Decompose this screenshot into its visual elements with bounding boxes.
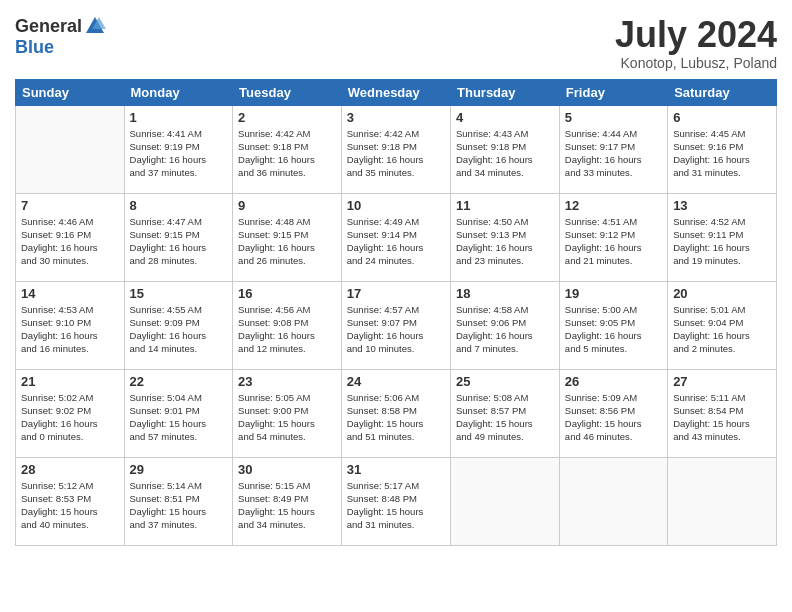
calendar-header-row: SundayMondayTuesdayWednesdayThursdayFrid… xyxy=(16,79,777,105)
title-area: July 2024 Konotop, Lubusz, Poland xyxy=(615,15,777,71)
logo-general-text: General xyxy=(15,16,82,37)
day-info: Sunrise: 5:11 AM Sunset: 8:54 PM Dayligh… xyxy=(673,391,771,444)
day-number: 5 xyxy=(565,110,662,125)
day-info: Sunrise: 4:44 AM Sunset: 9:17 PM Dayligh… xyxy=(565,127,662,180)
day-info: Sunrise: 5:05 AM Sunset: 9:00 PM Dayligh… xyxy=(238,391,336,444)
column-header-monday: Monday xyxy=(124,79,233,105)
day-number: 2 xyxy=(238,110,336,125)
calendar-cell: 24Sunrise: 5:06 AM Sunset: 8:58 PM Dayli… xyxy=(341,369,450,457)
calendar-cell: 28Sunrise: 5:12 AM Sunset: 8:53 PM Dayli… xyxy=(16,457,125,545)
day-info: Sunrise: 4:41 AM Sunset: 9:19 PM Dayligh… xyxy=(130,127,228,180)
calendar-cell: 27Sunrise: 5:11 AM Sunset: 8:54 PM Dayli… xyxy=(668,369,777,457)
calendar-week-3: 14Sunrise: 4:53 AM Sunset: 9:10 PM Dayli… xyxy=(16,281,777,369)
day-info: Sunrise: 4:42 AM Sunset: 9:18 PM Dayligh… xyxy=(347,127,445,180)
day-info: Sunrise: 4:46 AM Sunset: 9:16 PM Dayligh… xyxy=(21,215,119,268)
day-info: Sunrise: 4:55 AM Sunset: 9:09 PM Dayligh… xyxy=(130,303,228,356)
day-number: 29 xyxy=(130,462,228,477)
day-info: Sunrise: 4:58 AM Sunset: 9:06 PM Dayligh… xyxy=(456,303,554,356)
page: General Blue July 2024 Konotop, Lubusz, … xyxy=(0,0,792,612)
day-number: 28 xyxy=(21,462,119,477)
calendar-cell: 17Sunrise: 4:57 AM Sunset: 9:07 PM Dayli… xyxy=(341,281,450,369)
column-header-friday: Friday xyxy=(559,79,667,105)
calendar-cell: 19Sunrise: 5:00 AM Sunset: 9:05 PM Dayli… xyxy=(559,281,667,369)
day-number: 24 xyxy=(347,374,445,389)
location-text: Konotop, Lubusz, Poland xyxy=(615,55,777,71)
calendar-cell: 22Sunrise: 5:04 AM Sunset: 9:01 PM Dayli… xyxy=(124,369,233,457)
calendar-cell: 23Sunrise: 5:05 AM Sunset: 9:00 PM Dayli… xyxy=(233,369,342,457)
calendar-cell: 30Sunrise: 5:15 AM Sunset: 8:49 PM Dayli… xyxy=(233,457,342,545)
day-info: Sunrise: 4:51 AM Sunset: 9:12 PM Dayligh… xyxy=(565,215,662,268)
day-info: Sunrise: 5:04 AM Sunset: 9:01 PM Dayligh… xyxy=(130,391,228,444)
calendar-cell: 15Sunrise: 4:55 AM Sunset: 9:09 PM Dayli… xyxy=(124,281,233,369)
day-number: 31 xyxy=(347,462,445,477)
calendar-cell: 7Sunrise: 4:46 AM Sunset: 9:16 PM Daylig… xyxy=(16,193,125,281)
calendar-table: SundayMondayTuesdayWednesdayThursdayFrid… xyxy=(15,79,777,546)
calendar-cell xyxy=(451,457,560,545)
day-info: Sunrise: 4:47 AM Sunset: 9:15 PM Dayligh… xyxy=(130,215,228,268)
day-info: Sunrise: 5:09 AM Sunset: 8:56 PM Dayligh… xyxy=(565,391,662,444)
calendar-cell: 29Sunrise: 5:14 AM Sunset: 8:51 PM Dayli… xyxy=(124,457,233,545)
calendar-cell: 1Sunrise: 4:41 AM Sunset: 9:19 PM Daylig… xyxy=(124,105,233,193)
day-number: 22 xyxy=(130,374,228,389)
day-number: 20 xyxy=(673,286,771,301)
day-info: Sunrise: 4:48 AM Sunset: 9:15 PM Dayligh… xyxy=(238,215,336,268)
column-header-tuesday: Tuesday xyxy=(233,79,342,105)
calendar-cell: 2Sunrise: 4:42 AM Sunset: 9:18 PM Daylig… xyxy=(233,105,342,193)
calendar-cell: 25Sunrise: 5:08 AM Sunset: 8:57 PM Dayli… xyxy=(451,369,560,457)
calendar-cell: 26Sunrise: 5:09 AM Sunset: 8:56 PM Dayli… xyxy=(559,369,667,457)
day-info: Sunrise: 4:52 AM Sunset: 9:11 PM Dayligh… xyxy=(673,215,771,268)
day-info: Sunrise: 4:45 AM Sunset: 9:16 PM Dayligh… xyxy=(673,127,771,180)
day-number: 26 xyxy=(565,374,662,389)
day-info: Sunrise: 5:17 AM Sunset: 8:48 PM Dayligh… xyxy=(347,479,445,532)
logo-icon xyxy=(84,15,106,37)
day-number: 27 xyxy=(673,374,771,389)
day-info: Sunrise: 5:06 AM Sunset: 8:58 PM Dayligh… xyxy=(347,391,445,444)
day-number: 25 xyxy=(456,374,554,389)
day-number: 19 xyxy=(565,286,662,301)
day-number: 16 xyxy=(238,286,336,301)
day-info: Sunrise: 4:42 AM Sunset: 9:18 PM Dayligh… xyxy=(238,127,336,180)
day-info: Sunrise: 5:15 AM Sunset: 8:49 PM Dayligh… xyxy=(238,479,336,532)
calendar-cell: 16Sunrise: 4:56 AM Sunset: 9:08 PM Dayli… xyxy=(233,281,342,369)
calendar-week-2: 7Sunrise: 4:46 AM Sunset: 9:16 PM Daylig… xyxy=(16,193,777,281)
day-number: 13 xyxy=(673,198,771,213)
month-year-title: July 2024 xyxy=(615,15,777,55)
day-number: 30 xyxy=(238,462,336,477)
day-info: Sunrise: 4:56 AM Sunset: 9:08 PM Dayligh… xyxy=(238,303,336,356)
day-info: Sunrise: 4:43 AM Sunset: 9:18 PM Dayligh… xyxy=(456,127,554,180)
day-number: 4 xyxy=(456,110,554,125)
day-number: 23 xyxy=(238,374,336,389)
calendar-cell xyxy=(668,457,777,545)
calendar-cell: 10Sunrise: 4:49 AM Sunset: 9:14 PM Dayli… xyxy=(341,193,450,281)
day-info: Sunrise: 5:02 AM Sunset: 9:02 PM Dayligh… xyxy=(21,391,119,444)
calendar-cell: 8Sunrise: 4:47 AM Sunset: 9:15 PM Daylig… xyxy=(124,193,233,281)
day-info: Sunrise: 5:01 AM Sunset: 9:04 PM Dayligh… xyxy=(673,303,771,356)
calendar-cell xyxy=(559,457,667,545)
column-header-sunday: Sunday xyxy=(16,79,125,105)
day-number: 14 xyxy=(21,286,119,301)
calendar-cell: 31Sunrise: 5:17 AM Sunset: 8:48 PM Dayli… xyxy=(341,457,450,545)
logo-blue-text: Blue xyxy=(15,37,54,58)
calendar-cell: 13Sunrise: 4:52 AM Sunset: 9:11 PM Dayli… xyxy=(668,193,777,281)
calendar-cell xyxy=(16,105,125,193)
calendar-cell: 4Sunrise: 4:43 AM Sunset: 9:18 PM Daylig… xyxy=(451,105,560,193)
day-number: 8 xyxy=(130,198,228,213)
calendar-cell: 12Sunrise: 4:51 AM Sunset: 9:12 PM Dayli… xyxy=(559,193,667,281)
day-number: 1 xyxy=(130,110,228,125)
day-info: Sunrise: 5:12 AM Sunset: 8:53 PM Dayligh… xyxy=(21,479,119,532)
calendar-cell: 18Sunrise: 4:58 AM Sunset: 9:06 PM Dayli… xyxy=(451,281,560,369)
header: General Blue July 2024 Konotop, Lubusz, … xyxy=(15,15,777,71)
day-number: 7 xyxy=(21,198,119,213)
column-header-wednesday: Wednesday xyxy=(341,79,450,105)
calendar-cell: 5Sunrise: 4:44 AM Sunset: 9:17 PM Daylig… xyxy=(559,105,667,193)
calendar-week-1: 1Sunrise: 4:41 AM Sunset: 9:19 PM Daylig… xyxy=(16,105,777,193)
day-info: Sunrise: 4:53 AM Sunset: 9:10 PM Dayligh… xyxy=(21,303,119,356)
day-number: 6 xyxy=(673,110,771,125)
day-info: Sunrise: 5:08 AM Sunset: 8:57 PM Dayligh… xyxy=(456,391,554,444)
day-number: 21 xyxy=(21,374,119,389)
calendar-cell: 3Sunrise: 4:42 AM Sunset: 9:18 PM Daylig… xyxy=(341,105,450,193)
day-number: 3 xyxy=(347,110,445,125)
day-number: 9 xyxy=(238,198,336,213)
day-info: Sunrise: 4:57 AM Sunset: 9:07 PM Dayligh… xyxy=(347,303,445,356)
day-number: 17 xyxy=(347,286,445,301)
